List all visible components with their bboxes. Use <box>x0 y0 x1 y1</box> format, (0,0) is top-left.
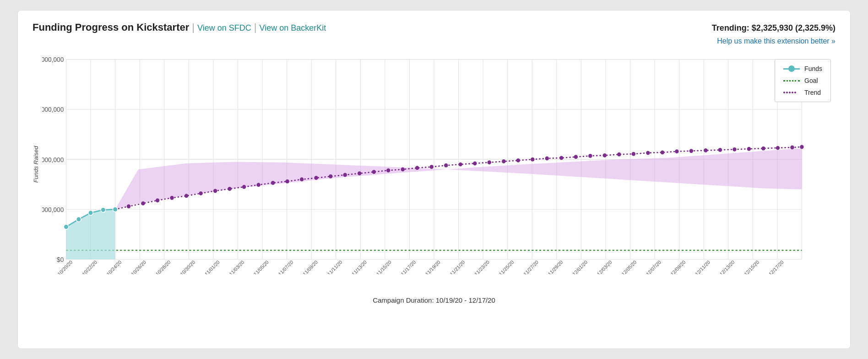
svg-text:11/23/20: 11/23/20 <box>473 259 490 274</box>
svg-point-94 <box>101 207 106 212</box>
chart-area: Funds Raised <box>33 54 835 274</box>
svg-point-64 <box>430 165 434 169</box>
svg-text:10/24/20: 10/24/20 <box>105 259 122 274</box>
svg-text:11/15/20: 11/15/20 <box>375 259 392 274</box>
svg-point-70 <box>516 158 520 163</box>
chart-svg: $0 $1,000,000 $2,000,000 $3,000,000 $4,0… <box>42 54 835 274</box>
svg-text:$4,000,000: $4,000,000 <box>42 56 64 63</box>
svg-text:11/05/20: 11/05/20 <box>253 259 270 274</box>
funds-legend-label: Funds <box>804 65 822 72</box>
funds-fill <box>66 209 115 259</box>
svg-text:11/17/20: 11/17/20 <box>400 259 417 274</box>
svg-point-43 <box>127 204 130 208</box>
svg-point-62 <box>401 168 405 172</box>
sfdc-link[interactable]: View on SFDC <box>197 23 251 33</box>
svg-point-93 <box>88 210 93 215</box>
svg-text:12/11/20: 12/11/20 <box>694 259 711 274</box>
svg-text:11/29/20: 11/29/20 <box>547 259 564 274</box>
svg-point-55 <box>300 177 304 181</box>
svg-point-68 <box>488 160 491 164</box>
svg-point-81 <box>675 149 678 153</box>
legend-goal-item: Goal <box>783 77 822 84</box>
svg-text:$2,000,000: $2,000,000 <box>42 156 64 163</box>
svg-point-85 <box>732 147 736 152</box>
goal-legend-label: Goal <box>804 77 818 84</box>
svg-point-74 <box>574 155 578 159</box>
svg-text:11/27/20: 11/27/20 <box>522 259 539 274</box>
svg-point-95 <box>113 207 118 212</box>
svg-point-51 <box>242 185 246 189</box>
svg-point-80 <box>661 150 664 154</box>
svg-point-86 <box>747 147 751 151</box>
svg-text:10/28/20: 10/28/20 <box>154 259 171 274</box>
svg-point-77 <box>617 152 621 157</box>
svg-point-59 <box>358 171 361 175</box>
svg-point-84 <box>718 148 722 152</box>
x-axis-labels: 10/20/20 10/22/20 10/24/20 10/26/20 10/2… <box>56 259 785 274</box>
svg-text:11/03/20: 11/03/20 <box>228 259 245 274</box>
svg-point-69 <box>502 159 505 163</box>
backerkit-link[interactable]: View on BackerKit <box>259 23 326 33</box>
svg-text:12/09/20: 12/09/20 <box>669 259 686 274</box>
svg-text:12/01/20: 12/01/20 <box>571 259 588 274</box>
svg-point-45 <box>156 198 159 202</box>
svg-point-47 <box>184 194 188 198</box>
funds-legend-icon <box>783 68 800 70</box>
svg-point-76 <box>603 153 607 158</box>
svg-text:11/25/20: 11/25/20 <box>498 259 515 274</box>
chart-svg-container: $0 $1,000,000 $2,000,000 $3,000,000 $4,0… <box>42 54 835 274</box>
svg-text:11/07/20: 11/07/20 <box>277 259 294 274</box>
svg-text:$0: $0 <box>57 256 64 263</box>
svg-text:10/22/20: 10/22/20 <box>81 259 98 274</box>
svg-point-87 <box>761 147 765 151</box>
svg-text:12/07/20: 12/07/20 <box>645 259 662 274</box>
svg-point-48 <box>199 191 202 196</box>
y-axis-label: Funds Raised <box>33 54 39 274</box>
page-title: Funding Progress on Kickstarter <box>33 22 189 33</box>
trending-value: Trending: $2,325,930 (2,325.9%) <box>712 23 835 33</box>
svg-point-90 <box>800 145 803 149</box>
svg-point-78 <box>632 152 635 156</box>
chart-legend: Funds Goal Trend <box>775 59 831 102</box>
header-row: Funding Progress on Kickstarter | View o… <box>33 22 835 33</box>
svg-text:11/01/20: 11/01/20 <box>204 259 221 274</box>
svg-text:12/03/20: 12/03/20 <box>596 259 613 274</box>
svg-point-92 <box>76 217 81 222</box>
svg-point-60 <box>372 170 376 174</box>
svg-text:12/05/20: 12/05/20 <box>620 259 637 274</box>
campaign-duration: Campaign Duration: 10/19/20 - 12/17/20 <box>33 296 835 304</box>
svg-point-73 <box>559 156 563 160</box>
svg-point-79 <box>646 151 650 155</box>
svg-point-54 <box>285 180 289 184</box>
trend-legend-label: Trend <box>804 89 821 96</box>
svg-point-56 <box>314 176 318 180</box>
svg-point-91 <box>64 224 69 229</box>
svg-point-83 <box>704 148 707 152</box>
goal-legend-icon <box>783 80 800 82</box>
svg-text:11/09/20: 11/09/20 <box>302 259 319 274</box>
svg-point-88 <box>776 146 780 150</box>
help-link[interactable]: Help us make this extension better » <box>33 37 835 45</box>
svg-point-65 <box>444 163 448 168</box>
svg-point-82 <box>689 149 693 153</box>
svg-text:11/11/20: 11/11/20 <box>326 259 343 274</box>
svg-text:11/21/20: 11/21/20 <box>449 259 466 274</box>
svg-point-75 <box>588 154 592 158</box>
svg-point-52 <box>256 183 260 187</box>
svg-text:$3,000,000: $3,000,000 <box>42 106 64 113</box>
svg-point-67 <box>473 161 477 165</box>
svg-text:10/30/20: 10/30/20 <box>179 259 196 274</box>
main-card: Funding Progress on Kickstarter | View o… <box>17 10 851 349</box>
svg-point-49 <box>213 189 217 193</box>
svg-text:$1,000,000: $1,000,000 <box>42 206 64 213</box>
svg-point-61 <box>386 169 390 173</box>
svg-point-44 <box>141 201 145 206</box>
svg-point-63 <box>415 166 419 170</box>
svg-point-50 <box>228 187 231 191</box>
sep1: | <box>192 22 195 33</box>
sep2: | <box>254 22 257 33</box>
svg-text:12/15/20: 12/15/20 <box>743 259 760 274</box>
svg-point-58 <box>343 173 347 177</box>
svg-point-57 <box>329 174 332 179</box>
svg-text:10/26/20: 10/26/20 <box>130 259 147 274</box>
